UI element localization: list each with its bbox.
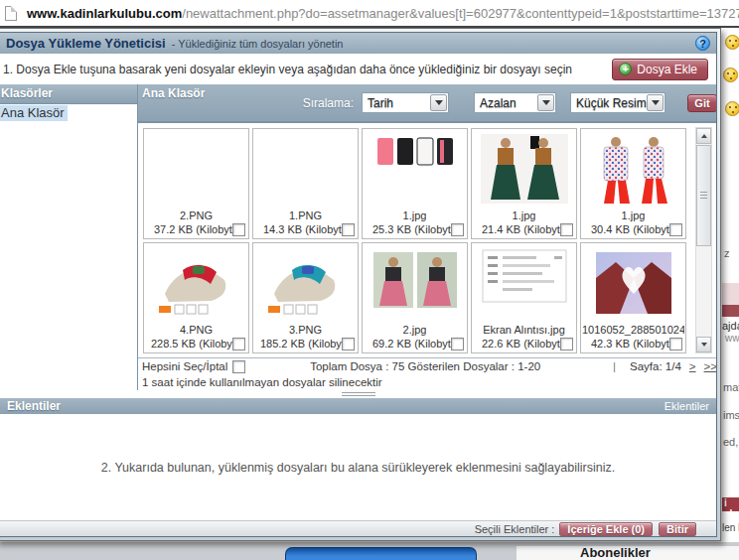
attachments-drop-area[interactable]: 2. Yukarıda bulunan, yüklenmiş dosyaları… bbox=[0, 414, 716, 520]
file-cell[interactable]: 1.jpg 30.4 KB (Kilobyte bbox=[580, 128, 686, 239]
selected-attachments-label: Seçili Eklentiler : bbox=[475, 523, 555, 535]
file-thumbnail-heart-hands bbox=[590, 248, 677, 324]
view-mode-select[interactable]: Küçük Resim bbox=[570, 92, 665, 113]
sort-order-value: Azalan bbox=[480, 96, 517, 110]
resize-handle[interactable] bbox=[342, 392, 375, 396]
manager-title: Dosya Yükleme Yöneticisi bbox=[6, 36, 166, 51]
file-thumbnail-screenshot bbox=[481, 248, 568, 324]
file-cell[interactable]: 3.PNG 185.2 KB (Kilobyte bbox=[252, 242, 359, 353]
file-name: 1016052_28850102462 bbox=[582, 324, 684, 337]
file-name: 1.PNG bbox=[289, 210, 322, 222]
file-checkbox[interactable] bbox=[669, 223, 682, 236]
file-cell[interactable]: 1016052_28850102462 42.3 KB (Kilobyte bbox=[580, 242, 686, 353]
go-button[interactable]: Git bbox=[687, 94, 717, 112]
chevron-down-icon[interactable] bbox=[647, 94, 664, 111]
add-file-button-label: Dosya Ekle bbox=[637, 63, 697, 76]
bg-text-fragment: ed, bbox=[723, 436, 738, 448]
manager-bottom-bar: Seçili Eklentiler : İçeriğe Ekle (0) Bit… bbox=[0, 520, 716, 536]
plus-icon: + bbox=[619, 63, 632, 75]
emoticon-smiley-icon[interactable] bbox=[725, 35, 739, 50]
emoticon-smiley-icon[interactable] bbox=[725, 101, 739, 116]
bg-text-fragment: z bbox=[724, 247, 730, 259]
file-checkbox[interactable] bbox=[560, 338, 573, 350]
file-checkbox[interactable] bbox=[451, 223, 464, 236]
files-panel: Ana Klasör Sıralama: Tarih Azalan Küçük … bbox=[138, 84, 717, 390]
file-cell[interactable]: 1.jpg 25.3 KB (Kilobyte bbox=[362, 128, 468, 239]
bg-pink-bar bbox=[722, 283, 739, 305]
file-checkbox[interactable] bbox=[451, 338, 464, 350]
bg-blue-button[interactable] bbox=[285, 547, 477, 560]
insert-into-content-button[interactable]: İçeriğe Ekle (0) bbox=[559, 522, 653, 536]
splitter-band bbox=[0, 390, 716, 398]
bg-maroon-link-fragment: i ek bbox=[722, 497, 739, 511]
expiry-notice: 1 saat içinde kullanılmayan dosyalar sil… bbox=[138, 374, 717, 390]
sort-field-select[interactable]: Tarih bbox=[362, 92, 449, 113]
folders-header: Klasörler bbox=[0, 84, 137, 104]
sort-controls: Sıralama: Tarih Azalan Küçük Resim Git bbox=[303, 92, 717, 113]
scroll-up-icon[interactable] bbox=[696, 128, 711, 144]
background-page-bottom: Abonelikler bbox=[0, 542, 739, 560]
file-thumbnail-jackets bbox=[371, 134, 459, 210]
divider: | bbox=[613, 360, 616, 372]
scrollbar-thumb[interactable] bbox=[696, 145, 711, 246]
page-favicon-icon bbox=[5, 6, 17, 21]
next-page-link[interactable]: > bbox=[689, 360, 696, 372]
background-page-right-strip: z ajda ww mat ims ed, i ek len E bbox=[722, 28, 739, 542]
file-cell[interactable]: 2.jpg 69.2 KB (Kilobyte bbox=[362, 242, 468, 353]
step1-bar: 1. Dosya Ekle tuşuna basarak yeni dosyal… bbox=[0, 54, 716, 84]
sort-field-value: Tarih bbox=[368, 96, 393, 110]
file-grid-cells: 2.PNG 37.2 KB (Kilobyte 1.PNG 14.3 KB (K… bbox=[143, 128, 689, 353]
file-cell[interactable]: 1.jpg 21.4 KB (Kilobyte bbox=[471, 128, 577, 239]
file-grid: 2.PNG 37.2 KB (Kilobyte 1.PNG 14.3 KB (K… bbox=[138, 122, 717, 357]
subscriptions-label: Abonelikler bbox=[580, 545, 651, 560]
file-thumbnail-pink-skirts bbox=[371, 248, 459, 324]
folder-item-ana-klasor[interactable]: Ana Klasör bbox=[0, 105, 137, 120]
manager-title-bar: Dosya Yükleme Yöneticisi - Yüklediğiniz … bbox=[0, 33, 716, 54]
help-icon[interactable]: ? bbox=[695, 36, 710, 51]
view-mode-value: Küçük Resim bbox=[576, 96, 647, 110]
file-checkbox[interactable] bbox=[560, 223, 573, 236]
folder-list: Ana Klasör bbox=[0, 104, 137, 390]
bg-text-fragment: ims bbox=[723, 409, 739, 421]
chevron-down-icon[interactable] bbox=[537, 94, 554, 111]
file-checkbox[interactable] bbox=[232, 223, 245, 236]
bg-text-fragment: ajda bbox=[722, 320, 739, 332]
file-checkbox[interactable] bbox=[342, 338, 355, 350]
file-name: 1.jpg bbox=[622, 210, 646, 222]
file-thumbnail-shoe-red bbox=[153, 248, 240, 324]
scroll-down-icon[interactable] bbox=[696, 337, 711, 352]
address-bar[interactable]: www.kadinlarkulubu.com/newattachment.php… bbox=[0, 0, 739, 28]
sort-order-select[interactable]: Azalan bbox=[474, 92, 556, 113]
file-name: 3.PNG bbox=[289, 324, 322, 337]
files-panel-header: Ana Klasör Sıralama: Tarih Azalan Küçük … bbox=[138, 84, 717, 122]
file-thumbnail-pattern-coat bbox=[590, 134, 677, 210]
bg-text-fragment: len E bbox=[722, 522, 739, 533]
url-host: www.kadinlarkulubu.com bbox=[27, 6, 182, 21]
manager-subtitle: - Yüklediğiniz tüm dosyaları yönetin bbox=[172, 38, 344, 50]
emoticon-smiley-icon[interactable] bbox=[723, 68, 738, 82]
finish-button[interactable]: Bitir bbox=[659, 522, 696, 536]
last-page-link[interactable]: >> bbox=[704, 360, 717, 372]
file-checkbox[interactable] bbox=[232, 338, 245, 350]
file-thumbnail-blank bbox=[262, 134, 350, 210]
file-cell[interactable]: 2.PNG 37.2 KB (Kilobyte bbox=[143, 128, 249, 239]
chevron-down-icon[interactable] bbox=[430, 94, 447, 111]
file-name: 2.jpg bbox=[403, 324, 427, 337]
file-cell[interactable]: 1.PNG 14.3 KB (Kilobyte bbox=[252, 128, 359, 239]
select-all-label: Hepsini Seç/İptal bbox=[142, 360, 227, 372]
file-name: 2.PNG bbox=[180, 210, 213, 222]
attachments-title-right: Eklentiler bbox=[665, 400, 709, 412]
current-folder-title: Ana Klasör bbox=[142, 86, 205, 100]
page-indicator: Sayfa: 1/4 bbox=[630, 360, 681, 372]
step1-instructions: 1. Dosya Ekle tuşuna basarak yeni dosyal… bbox=[3, 63, 572, 76]
file-checkbox[interactable] bbox=[342, 223, 355, 236]
folders-panel: Klasörler Ana Klasör bbox=[0, 84, 138, 390]
file-cell[interactable]: 4.PNG 228.5 KB (Kilobyte bbox=[143, 242, 249, 353]
folder-item-label: Ana Klasör bbox=[0, 105, 68, 121]
file-totals: Toplam Dosya : 75 Gösterilen Dosyalar : … bbox=[310, 360, 540, 372]
grid-scrollbar[interactable] bbox=[695, 127, 712, 353]
add-file-button[interactable]: + Dosya Ekle bbox=[612, 59, 708, 80]
select-all-checkbox[interactable] bbox=[232, 360, 245, 373]
file-checkbox[interactable] bbox=[669, 338, 682, 350]
file-cell[interactable]: Ekran Alıntısı.jpg 22.6 KB (Kilobyte bbox=[471, 242, 577, 353]
